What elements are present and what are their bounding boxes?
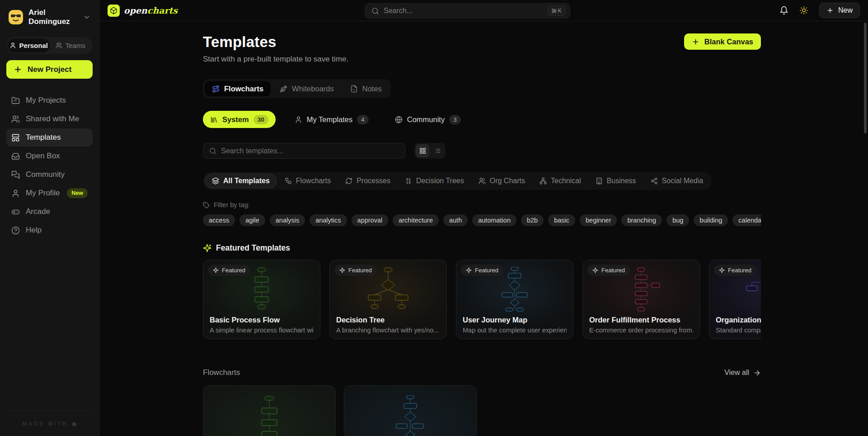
featured-cards-row: Featured Basic Process Flow — [203, 260, 761, 339]
theme-toggle-button[interactable] — [799, 6, 808, 15]
user-icon — [295, 116, 302, 123]
template-description: E-commerce order processing from... — [589, 327, 693, 334]
chevron-down-icon — [83, 13, 91, 21]
flowchart-card-user-journey-map[interactable]: User Journey Map Map out the complete us… — [344, 385, 477, 436]
workflow-icon — [285, 177, 292, 185]
refresh-icon — [345, 177, 352, 185]
category-technical[interactable]: Technical — [533, 174, 588, 188]
tag-pill[interactable]: auth — [443, 214, 468, 226]
grid-icon — [419, 147, 426, 154]
category-business[interactable]: Business — [589, 174, 643, 188]
tag-pill[interactable]: bug — [666, 214, 689, 226]
template-card-order-fulfillment[interactable]: Featured — [582, 260, 700, 339]
category-processes[interactable]: Processes — [338, 174, 397, 188]
template-description: Standard company org structure... — [716, 327, 761, 334]
sidebar-item-label: My Projects — [26, 96, 66, 105]
brand[interactable]: opencharts — [108, 5, 178, 17]
file-icon — [350, 85, 358, 93]
featured-badge: Featured — [714, 265, 756, 276]
category-label: Business — [607, 177, 636, 185]
list-view-button[interactable] — [431, 144, 444, 157]
sparkles-icon — [719, 267, 725, 273]
topbar-actions: New — [779, 3, 860, 18]
template-description: Map out the complete user experienc... — [463, 327, 567, 334]
user-icon — [9, 42, 16, 49]
new-button[interactable]: New — [819, 3, 860, 18]
network-icon — [540, 177, 547, 185]
view-toggle — [414, 143, 446, 159]
sidebar-item-label: My Profile — [26, 189, 60, 198]
global-search-input[interactable]: Search... K — [365, 3, 570, 19]
sidebar-item-templates[interactable]: Templates — [6, 128, 93, 147]
sun-icon — [799, 6, 808, 15]
brand-wordmark: opencharts — [124, 5, 178, 15]
tag-pill[interactable]: analytics — [310, 214, 347, 226]
tag-pill[interactable]: branching — [621, 214, 662, 226]
plus-icon — [826, 7, 834, 14]
source-tab-my-templates[interactable]: My Templates 4 — [287, 111, 376, 128]
category-decision-trees[interactable]: Decision Trees — [398, 174, 471, 188]
template-description: A simple linear process flowchart with..… — [210, 327, 314, 334]
tab-notes[interactable]: Notes — [343, 81, 389, 96]
sidebar-item-label: Open Box — [26, 152, 60, 161]
template-card-organization-chart[interactable]: Featured — [709, 260, 761, 339]
scrollbar-thumb[interactable] — [864, 23, 867, 133]
workspace-tab-teams[interactable]: Teams — [50, 38, 92, 52]
tag-pill[interactable]: architecture — [393, 214, 439, 226]
sidebar-item-arcade[interactable]: Arcade — [6, 203, 93, 221]
blank-canvas-button[interactable]: Blank Canvas — [684, 33, 761, 50]
category-social-media[interactable]: Social Media — [644, 174, 710, 188]
building-icon — [596, 177, 603, 185]
tab-whiteboards[interactable]: Whiteboards — [272, 81, 341, 96]
workspace-tab-personal[interactable]: Personal — [8, 38, 50, 52]
category-org-charts[interactable]: Org Charts — [472, 174, 532, 188]
count-badge: 3 — [449, 115, 461, 124]
tag-pill[interactable]: calendar — [732, 214, 761, 226]
flowchart-card-basic-process-flow[interactable]: Basic Process Flow A simple linear proce… — [203, 385, 336, 436]
tab-label: Notes — [362, 85, 382, 93]
template-card-user-journey-map[interactable]: Featured — [456, 260, 573, 339]
source-tab-community[interactable]: Community 3 — [388, 111, 468, 128]
category-flowcharts[interactable]: Flowcharts — [278, 174, 338, 188]
sidebar-item-open-box[interactable]: Open Box — [6, 147, 93, 165]
tag-pill[interactable]: access — [203, 214, 235, 226]
template-preview — [203, 386, 335, 436]
tag-pill[interactable]: automation — [472, 214, 516, 226]
new-project-button[interactable]: New Project — [6, 60, 93, 79]
tag-pill[interactable]: building — [694, 214, 728, 226]
inbox-icon — [11, 152, 20, 161]
template-title: Order Fulfillment Process — [589, 316, 693, 324]
tag-pill[interactable]: beginner — [580, 214, 617, 226]
source-tab-system[interactable]: System 30 — [203, 111, 276, 128]
sidebar-item-shared-with-me[interactable]: Shared with Me — [6, 110, 93, 128]
sidebar-item-my-projects[interactable]: My Projects — [6, 91, 93, 109]
tag-pill[interactable]: analysis — [270, 214, 305, 226]
category-all-templates[interactable]: All Templates — [205, 174, 277, 188]
template-title: Basic Process Flow — [210, 316, 314, 324]
sidebar-footer: MADE WITH ◆ — [6, 411, 93, 436]
sidebar-item-help[interactable]: Help — [6, 221, 93, 239]
gamepad-icon — [11, 208, 20, 216]
template-search-input[interactable]: Search templates... — [203, 143, 405, 159]
tag-pill[interactable]: basic — [548, 214, 575, 226]
tab-label: Whiteboards — [292, 85, 334, 93]
sidebar-item-my-profile[interactable]: My Profile New — [6, 184, 93, 202]
bell-icon — [779, 6, 788, 15]
sidebar-item-community[interactable]: Community — [6, 166, 93, 184]
template-card-basic-process-flow[interactable]: Featured Basic Process Flow — [203, 260, 320, 339]
account-switcher[interactable]: Ariel Dominguez — [6, 7, 93, 27]
notifications-button[interactable] — [779, 6, 788, 15]
layout-icon — [11, 133, 20, 142]
grid-view-button[interactable] — [416, 144, 429, 157]
tag-pill[interactable]: b2b — [521, 214, 544, 226]
tag-pill[interactable]: agile — [239, 214, 265, 226]
tab-flowcharts[interactable]: Flowcharts — [205, 81, 271, 96]
avatar — [8, 9, 23, 25]
category-label: Org Charts — [490, 177, 525, 185]
featured-heading: Featured Templates — [203, 243, 761, 253]
tag-pill[interactable]: approval — [352, 214, 389, 226]
sparkles-icon — [203, 244, 211, 252]
view-all-link[interactable]: View all — [724, 369, 761, 377]
pen-nib-icon — [280, 85, 287, 93]
template-card-decision-tree[interactable]: Featured — [329, 260, 447, 339]
